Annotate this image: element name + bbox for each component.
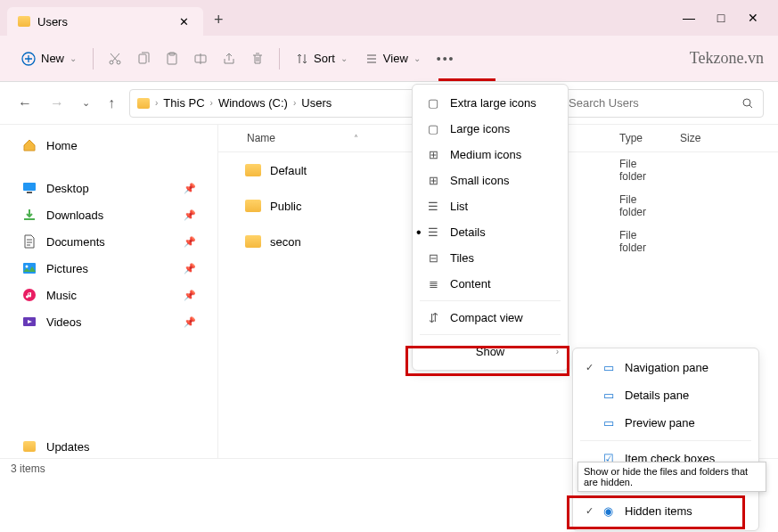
sidebar-item-music[interactable]: Music 📌 [0,282,217,308]
tiles-icon: ⊟ [425,251,441,265]
copy-button[interactable] [131,46,156,71]
download-icon [21,207,37,223]
search-box[interactable] [559,89,764,118]
svg-point-11 [26,266,29,268]
paste-button[interactable] [160,46,184,71]
view-option-compact[interactable]: ⇵Compact view [413,305,568,331]
grid-icon: ⊞ [425,148,441,161]
close-button[interactable]: ✕ [746,11,760,25]
tab-close-button[interactable]: ✕ [176,15,192,29]
toolbar: New ⌄ Sort ⌄ View ⌄ ••• Tekzone.vn [0,36,778,82]
svg-rect-10 [23,263,36,274]
sidebar-item-label: Pictures [46,262,88,275]
new-button[interactable]: New ⌄ [14,48,84,70]
view-option-list[interactable]: ☰List [413,193,568,219]
sidebar-item-downloads[interactable]: Downloads 📌 [0,201,217,228]
back-button[interactable]: ← [14,92,36,115]
cut-button[interactable] [102,46,127,71]
chevron-right-icon: › [209,98,215,108]
sidebar-home[interactable]: Home [0,132,217,159]
search-input[interactable] [569,96,741,110]
check-icon: ✓ [586,362,596,373]
view-option-content[interactable]: ≣Content [413,271,568,297]
view-option-small[interactable]: ⊞Small icons [413,168,568,193]
view-button[interactable]: View ⌄ [358,48,428,69]
sidebar-item-videos[interactable]: Videos 📌 [0,308,217,335]
sort-label: Sort [314,52,335,65]
file-type: File folder [557,158,664,183]
title-bar: Users ✕ + — □ ✕ [0,0,778,36]
view-dropdown-menu: ▢Extra large icons ▢Large icons ⊞Medium … [412,84,569,371]
show-option-navigation[interactable]: ✓▭Navigation pane [573,354,758,381]
breadcrumb-item[interactable]: Users [301,96,332,110]
svg-rect-9 [27,192,32,193]
view-option-tiles[interactable]: ⊟Tiles [413,245,568,271]
sidebar-item-label: Home [46,139,78,152]
sort-indicator-icon: ˄ [354,134,358,143]
file-name: Public [270,200,301,213]
view-option-medium[interactable]: ⊞Medium icons [413,142,568,168]
document-icon [21,233,37,250]
rename-button[interactable] [188,46,213,71]
sidebar-item-updates[interactable]: Updates [0,433,217,460]
sidebar-item-label: Downloads [46,209,103,222]
chevron-down-icon: ⌄ [414,53,421,63]
tooltip: Show or hide the files and folders that … [577,462,766,492]
content-icon: ≣ [425,277,441,291]
maximize-button[interactable]: □ [714,11,728,25]
picture-icon [21,260,37,276]
new-tab-button[interactable]: + [203,11,234,29]
folder-icon [245,235,261,248]
bullet-icon: • [416,225,422,241]
view-option-extra-large[interactable]: ▢Extra large icons [413,90,568,116]
show-option-hidden-items[interactable]: ✓◉Hidden items [573,497,758,525]
pin-icon: 📌 [184,209,196,221]
share-button[interactable] [217,46,242,71]
show-submenu: ✓▭Navigation pane ▭Details pane ▭Preview… [572,348,759,531]
chevron-down-icon: ⌄ [70,53,77,63]
check-icon: ✓ [586,505,596,517]
sidebar-item-pictures[interactable]: Pictures 📌 [0,255,217,282]
folder-icon [245,200,261,212]
file-name: secon [270,235,301,249]
pin-icon: 📌 [184,316,196,328]
svg-rect-3 [139,54,146,63]
view-highlight [438,78,495,81]
forward-button[interactable]: → [46,92,68,115]
svg-rect-8 [23,183,36,191]
chevron-right-icon: › [291,98,298,108]
view-option-details[interactable]: •☰Details [413,219,568,245]
recent-button[interactable]: ⌄ [78,94,94,112]
view-option-show[interactable]: Show› [413,339,568,364]
desktop-icon [21,180,37,196]
up-button[interactable]: ↑ [104,92,119,115]
breadcrumb-item[interactable]: Windows (C:) [218,96,288,110]
view-option-large[interactable]: ▢Large icons [413,116,568,142]
type-column-header[interactable]: Type [557,132,664,144]
grid-icon: ⊞ [425,174,441,187]
grid-icon: ▢ [425,122,441,135]
breadcrumb-item[interactable]: This PC [163,96,204,110]
size-column-header[interactable]: Size [664,132,735,144]
sidebar-item-label: Documents [46,235,105,249]
pin-icon: 📌 [184,263,196,274]
sidebar-item-label: Videos [46,315,82,329]
sidebar-item-documents[interactable]: Documents 📌 [0,228,217,255]
show-option-preview-pane[interactable]: ▭Preview pane [573,409,758,437]
more-button[interactable]: ••• [431,46,461,71]
list-icon: ☰ [425,200,441,213]
sidebar-item-desktop[interactable]: Desktop 📌 [0,175,217,201]
delete-button[interactable] [245,46,270,71]
item-count: 3 items [11,462,45,475]
minimize-button[interactable]: — [682,11,696,25]
svg-point-7 [743,99,750,106]
sort-button[interactable]: Sort ⌄ [289,48,355,69]
sidebar-item-label: Updates [46,440,89,454]
view-label: View [383,52,408,65]
show-option-details-pane[interactable]: ▭Details pane [573,381,758,409]
file-type: File folder [557,193,664,218]
active-tab[interactable]: Users ✕ [7,7,203,36]
folder-icon [21,438,37,454]
file-name: Default [270,164,307,177]
pane-icon: ▭ [603,389,618,402]
